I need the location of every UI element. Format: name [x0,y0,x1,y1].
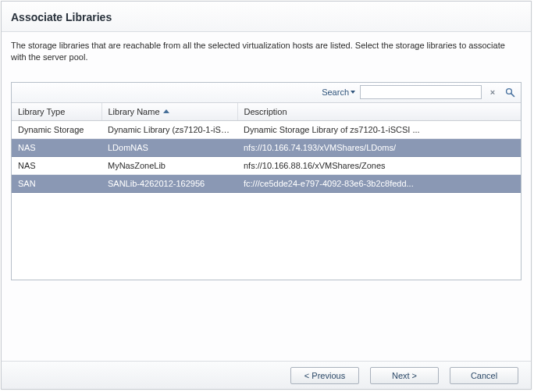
cell-name: LDomNAS [101,138,237,156]
clear-search-button[interactable]: × [486,86,499,98]
svg-line-1 [511,93,514,96]
table-row[interactable]: Dynamic StorageDynamic Library (zs7120-1… [12,120,521,138]
cell-name: Dynamic Library (zs7120-1-iSCSI) [101,120,237,138]
clear-icon: × [490,87,495,97]
dialog-description: The storage libraries that are reachable… [2,32,531,74]
column-header-description-label: Description [244,107,287,116]
column-header-type[interactable]: Library Type [12,103,101,121]
search-button[interactable] [504,86,516,98]
table-row[interactable]: SANSANLib-4262012-162956fc:///ce5dde24-e… [12,174,521,192]
table-row[interactable]: NASLDomNASnfs://10.166.74.193/xVMShares/… [12,138,521,156]
previous-button[interactable]: < Previous [290,367,359,384]
dialog-title: Associate Libraries [2,2,531,32]
cell-desc: Dynamic Storage Library of zs7120-1-iSCS… [237,120,521,138]
column-header-description[interactable]: Description [237,103,521,121]
cell-name: SANLib-4262012-162956 [101,174,237,192]
column-header-type-label: Library Type [18,107,65,116]
column-header-name[interactable]: Library Name [101,103,237,121]
table-row[interactable]: NASMyNasZoneLibnfs://10.166.88.16/xVMSha… [12,156,521,174]
cancel-button[interactable]: Cancel [450,367,518,384]
libraries-panel: Search × Library Type [11,82,522,280]
associate-libraries-dialog: Associate Libraries The storage librarie… [1,1,532,390]
cell-desc: fc:///ce5dde24-e797-4092-83e6-3b2c8fedd.… [237,174,521,192]
cell-type: NAS [12,156,101,174]
search-bar: Search × [12,83,521,103]
sort-asc-icon [163,109,169,113]
cell-type: NAS [12,138,101,156]
search-dropdown[interactable]: Search [322,87,355,97]
chevron-down-icon [351,91,355,94]
next-button[interactable]: Next > [370,367,439,384]
column-header-name-label: Library Name [109,107,160,116]
cell-type: SAN [12,174,101,192]
cell-type: Dynamic Storage [12,120,101,138]
cell-desc: nfs://10.166.74.193/xVMShares/LDoms/ [237,138,521,156]
cell-desc: nfs://10.166.88.16/xVMShares/Zones [237,156,521,174]
search-input[interactable] [360,85,482,99]
search-label-text: Search [322,87,349,97]
libraries-table: Library Type Library Name Description Dy… [12,103,521,193]
cell-name: MyNasZoneLib [101,156,237,174]
dialog-footer: < Previous Next > Cancel [2,361,531,389]
search-icon [505,87,515,98]
